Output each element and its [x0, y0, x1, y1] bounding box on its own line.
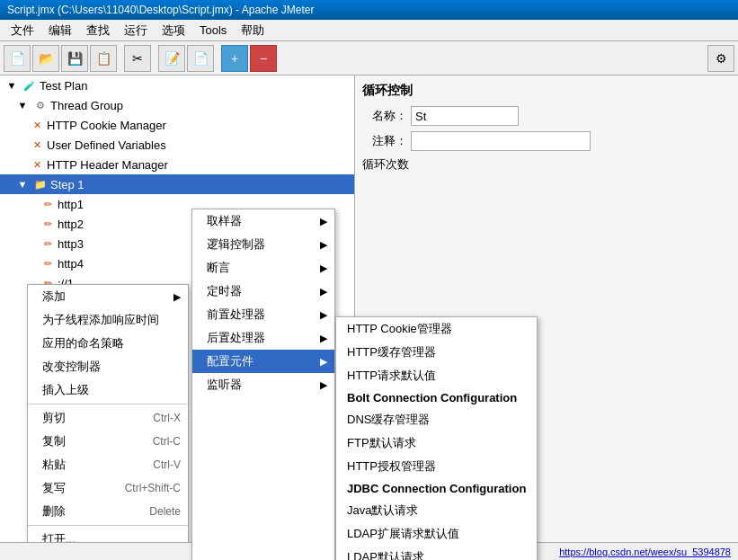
config-dns-cache[interactable]: DNS缓存管理器	[336, 408, 537, 431]
tree-item-step1[interactable]: ▼ 📁 Step 1	[0, 174, 354, 194]
tree-item-cookie-manager[interactable]: ✕ HTTP Cookie Manager	[0, 115, 354, 135]
name-label: 名称：	[362, 108, 407, 124]
submenu-post-processor[interactable]: 后置处理器 ▶	[192, 326, 334, 350]
title-text: Script.jmx (C:\Users\11040\Desktop\Scrip…	[7, 4, 314, 16]
arrow-icon: ▶	[320, 216, 327, 227]
submenu-pre-processor[interactable]: 前置处理器 ▶	[192, 303, 334, 326]
item-label: HTTP缓存管理器	[347, 344, 436, 360]
arrow-icon: ▶	[320, 333, 327, 344]
ctx-open[interactable]: 打开...	[28, 528, 188, 542]
item-label: HTTP授权管理器	[347, 458, 436, 475]
expand-icon: ▼	[14, 176, 31, 192]
tree-label: http2	[58, 218, 84, 231]
ctx-paste[interactable]: 粘贴 Ctrl-V	[28, 453, 188, 476]
config-http-defaults[interactable]: HTTP请求默认值	[336, 364, 537, 387]
gear-icon: ⚙	[32, 97, 49, 113]
submenu-timer[interactable]: 定时器 ▶	[192, 280, 334, 303]
submenu-sampler[interactable]: 取样器 ▶	[192, 209, 334, 233]
settings-button[interactable]: ⚙	[707, 45, 734, 72]
arrow-icon: ▶	[320, 309, 327, 321]
comment-input[interactable]	[411, 131, 591, 151]
saveas-button[interactable]: 📋	[90, 45, 117, 72]
submenu-logic-controller[interactable]: 逻辑控制器 ▶	[192, 233, 334, 256]
submenu-label: 断言	[207, 260, 230, 276]
remove-button[interactable]: −	[250, 45, 277, 72]
ctx-label: 为子线程添加响应时间	[42, 312, 159, 328]
submenu-assertion[interactable]: 断言 ▶	[192, 256, 334, 280]
submenu-listener[interactable]: 监听器 ▶	[192, 373, 334, 396]
arrow-icon: ▶	[320, 356, 327, 368]
tree-label: HTTP Header Manager	[47, 158, 168, 172]
submenu-level1: 取样器 ▶ 逻辑控制器 ▶ 断言 ▶ 定时器 ▶ 前置处理器 ▶ 后置处理器 ▶…	[191, 209, 335, 560]
ctx-cut[interactable]: 剪切 Ctrl-X	[28, 406, 188, 430]
menu-edit[interactable]: 编辑	[41, 21, 79, 40]
ctx-delete[interactable]: 删除 Delete	[28, 500, 188, 523]
menu-options[interactable]: 选项	[155, 21, 192, 40]
menu-tools[interactable]: Tools	[192, 22, 234, 39]
new-button[interactable]: 📄	[4, 45, 31, 72]
ctx-label: 应用的命名策略	[42, 335, 124, 351]
ctx-label: 复写	[42, 480, 66, 496]
tree-label: Step 1	[50, 178, 84, 191]
plan-icon: 🧪	[22, 77, 38, 93]
tree-item-header-manager[interactable]: ✕ HTTP Header Manager	[0, 155, 354, 174]
shortcut-label: Ctrl-V	[153, 458, 181, 471]
config-bolt[interactable]: Bolt Connection Configuration	[336, 387, 537, 408]
config-ftp-defaults[interactable]: FTP默认请求	[336, 431, 537, 455]
submenu-label: 配置元件	[207, 353, 253, 369]
name-input[interactable]	[411, 106, 519, 126]
copy-button[interactable]: 📝	[158, 45, 185, 72]
config-ldap-defaults[interactable]: LDAP默认请求	[336, 546, 537, 560]
tree-item-test-plan[interactable]: ▼ 🧪 Test Plan	[0, 76, 354, 95]
script-icon: ✏	[40, 255, 56, 271]
toolbar: 📄 📂 💾 📋 ✂ 📝 📄 + − ⚙	[0, 41, 738, 76]
ctx-naming-policy[interactable]: 应用的命名策略	[28, 332, 188, 355]
loop-row: 循环次数	[362, 156, 731, 173]
arrow-icon: ▶	[173, 291, 181, 303]
tree-label: Thread Group	[50, 99, 123, 112]
item-label: Bolt Connection Configuration	[347, 391, 517, 404]
ctx-change-controller[interactable]: 改变控制器	[28, 355, 188, 378]
arrow-icon: ▶	[320, 286, 327, 298]
item-label: JDBC Connection Configuration	[347, 482, 526, 495]
ctx-label: 复制	[42, 433, 66, 449]
separator	[28, 525, 188, 526]
tree-item-user-vars[interactable]: ✕ User Defined Variables	[0, 135, 354, 155]
config-java-defaults[interactable]: Java默认请求	[336, 499, 537, 522]
loop-label: 循环次数	[362, 156, 409, 173]
open-button[interactable]: 📂	[32, 45, 59, 72]
submenu-config-element[interactable]: 配置元件 ▶	[192, 350, 334, 373]
tree-item-thread-group[interactable]: ▼ ⚙ Thread Group	[0, 95, 354, 115]
menu-find[interactable]: 查找	[79, 21, 117, 40]
add-button[interactable]: +	[221, 45, 248, 72]
panel-title: 循环控制	[362, 83, 731, 99]
menu-run[interactable]: 运行	[117, 21, 155, 40]
config-ldap-ext[interactable]: LDAP扩展请求默认值	[336, 522, 537, 546]
arrow-icon: ▶	[320, 239, 327, 251]
ctx-insert-parent[interactable]: 插入上级	[28, 378, 188, 402]
ctx-label: 剪切	[42, 410, 66, 426]
ctx-add-response-time[interactable]: 为子线程添加响应时间	[28, 308, 188, 332]
arrow-icon: ▶	[320, 379, 327, 391]
config-http-auth[interactable]: HTTP授权管理器	[336, 455, 537, 478]
item-label: HTTP请求默认值	[347, 368, 436, 384]
ctx-add[interactable]: 添加 ▶	[28, 285, 188, 308]
item-label: Java默认请求	[347, 502, 418, 519]
ctx-copy[interactable]: 复制 Ctrl-C	[28, 430, 188, 453]
submenu-label: 定时器	[207, 283, 242, 299]
tree-label: http3	[58, 237, 84, 251]
status-url[interactable]: https://blog.csdn.net/weex/su_5394878	[559, 547, 731, 557]
config-jdbc[interactable]: JDBC Connection Configuration	[336, 478, 537, 499]
tree-label: http1	[58, 198, 84, 211]
config-http-cache[interactable]: HTTP缓存管理器	[336, 341, 537, 364]
config-http-cookie[interactable]: HTTP Cookie管理器	[336, 317, 537, 341]
save-button[interactable]: 💾	[61, 45, 88, 72]
comment-label: 注释：	[362, 133, 407, 149]
ctx-duplicate[interactable]: 复写 Ctrl+Shift-C	[28, 476, 188, 500]
cut-button[interactable]: ✂	[124, 45, 151, 72]
tree-label: Test Plan	[40, 79, 87, 93]
menu-file[interactable]: 文件	[4, 21, 41, 40]
paste-button[interactable]: 📄	[187, 45, 214, 72]
menu-bar: 文件 编辑 查找 运行 选项 Tools 帮助	[0, 20, 738, 41]
menu-help[interactable]: 帮助	[234, 21, 271, 40]
